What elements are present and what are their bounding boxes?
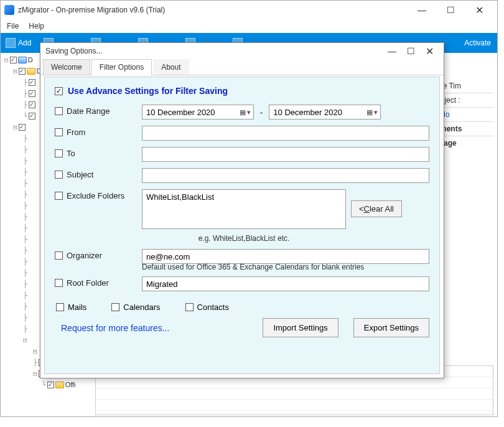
maximize-button[interactable]: ☐ bbox=[436, 1, 465, 19]
export-settings-button[interactable]: Export Settings bbox=[353, 318, 429, 337]
add-icon bbox=[6, 38, 16, 48]
minimize-button[interactable]: — bbox=[408, 1, 436, 19]
chevron-down-icon: ▾ bbox=[247, 108, 251, 116]
date-end-picker[interactable]: 10 December 2020 ▦▾ bbox=[269, 105, 381, 120]
advance-settings-label: Use Advance Settings for Filter Saving bbox=[68, 86, 228, 96]
menu-help[interactable]: Help bbox=[29, 22, 44, 30]
tab-welcome[interactable]: Welcome bbox=[43, 59, 90, 75]
from-label: From bbox=[67, 128, 85, 137]
organizer-label: Organizer bbox=[67, 251, 102, 260]
organizer-input[interactable] bbox=[142, 249, 429, 264]
folder-icon bbox=[55, 382, 64, 388]
ribbon-activate[interactable]: Activate bbox=[464, 39, 491, 47]
tab-filter-options[interactable]: Filter Options bbox=[91, 59, 152, 75]
mails-checkbox[interactable] bbox=[56, 303, 64, 311]
dialog-close-button[interactable]: ✕ bbox=[420, 44, 439, 58]
tab-about[interactable]: About bbox=[153, 59, 189, 75]
exclude-folders-input[interactable] bbox=[142, 189, 346, 229]
root-folder-label: Root Folder bbox=[67, 278, 109, 288]
date-range-label: Date Range bbox=[67, 106, 110, 116]
tree-label: Offi bbox=[65, 381, 76, 388]
exclude-hint: e.g. WhiteList,BlackList etc. bbox=[142, 234, 346, 243]
calendars-checkbox[interactable] bbox=[111, 303, 119, 311]
import-settings-button[interactable]: Import Settings bbox=[263, 318, 338, 337]
organizer-note: Default used for Office 365 & Exchange C… bbox=[142, 263, 429, 271]
subject-checkbox[interactable] bbox=[55, 171, 63, 179]
root-folder-checkbox[interactable] bbox=[55, 279, 63, 287]
exclude-checkbox[interactable] bbox=[55, 192, 63, 200]
calendars-label: Calendars bbox=[123, 303, 160, 312]
subject-label: Subject bbox=[67, 170, 93, 179]
date-start-picker[interactable]: 10 December 2020 ▦▾ bbox=[142, 105, 254, 120]
date-range-separator: - bbox=[260, 108, 263, 117]
menu-bar: File Help bbox=[1, 19, 497, 33]
date-range-checkbox[interactable] bbox=[55, 107, 63, 115]
date-start-value: 10 December 2020 bbox=[146, 108, 215, 117]
from-checkbox[interactable] bbox=[55, 128, 63, 136]
ribbon-add-label: Add bbox=[18, 39, 31, 47]
date-end-value: 10 December 2020 bbox=[273, 108, 342, 117]
clear-all-button[interactable]: <Clear All bbox=[351, 200, 402, 217]
chevron-down-icon: ▾ bbox=[374, 108, 378, 116]
calendar-icon: ▦ bbox=[240, 108, 246, 116]
subject-input[interactable] bbox=[142, 168, 429, 183]
root-folder-input[interactable] bbox=[142, 276, 429, 291]
close-button[interactable]: ✕ bbox=[465, 1, 493, 19]
contacts-label: Contacts bbox=[197, 303, 229, 312]
exclude-label: Exclude Folders bbox=[67, 191, 124, 200]
tree-label: D bbox=[28, 56, 33, 63]
contacts-checkbox[interactable] bbox=[185, 303, 194, 311]
dialog-minimize-button[interactable]: — bbox=[383, 44, 401, 58]
dialog-title: Saving Options... bbox=[45, 47, 383, 55]
saving-options-dialog: Saving Options... — ☐ ✕ Welcome Filter O… bbox=[40, 42, 444, 378]
dialog-titlebar[interactable]: Saving Options... — ☐ ✕ bbox=[40, 43, 444, 59]
to-label: To bbox=[67, 149, 75, 158]
app-icon bbox=[4, 5, 14, 15]
from-input[interactable] bbox=[142, 126, 429, 141]
advance-settings-checkbox[interactable]: ✓ bbox=[55, 87, 63, 95]
window-title: zMigrator - On-premise Migration v9.6 (T… bbox=[18, 6, 408, 14]
ribbon-add[interactable]: Add bbox=[6, 38, 31, 48]
request-features-link[interactable]: Request for more features... bbox=[61, 323, 169, 333]
calendar-icon: ▦ bbox=[366, 108, 373, 116]
folder-icon bbox=[27, 68, 35, 75]
dialog-tabs: Welcome Filter Options About bbox=[40, 59, 444, 75]
to-input[interactable] bbox=[142, 147, 429, 162]
to-checkbox[interactable] bbox=[55, 149, 63, 157]
filter-options-panel: ✓ Use Advance Settings for Filter Saving… bbox=[44, 77, 440, 374]
advance-settings-headline: ✓ Use Advance Settings for Filter Saving bbox=[55, 86, 429, 96]
folder-icon bbox=[18, 57, 27, 63]
window-controls: — ☐ ✕ bbox=[408, 1, 493, 19]
menu-file[interactable]: File bbox=[7, 22, 19, 30]
organizer-checkbox[interactable] bbox=[55, 251, 63, 260]
titlebar[interactable]: zMigrator - On-premise Migration v9.6 (T… bbox=[1, 1, 497, 19]
dialog-maximize-button[interactable]: ☐ bbox=[401, 44, 420, 58]
mails-label: Mails bbox=[68, 303, 86, 312]
